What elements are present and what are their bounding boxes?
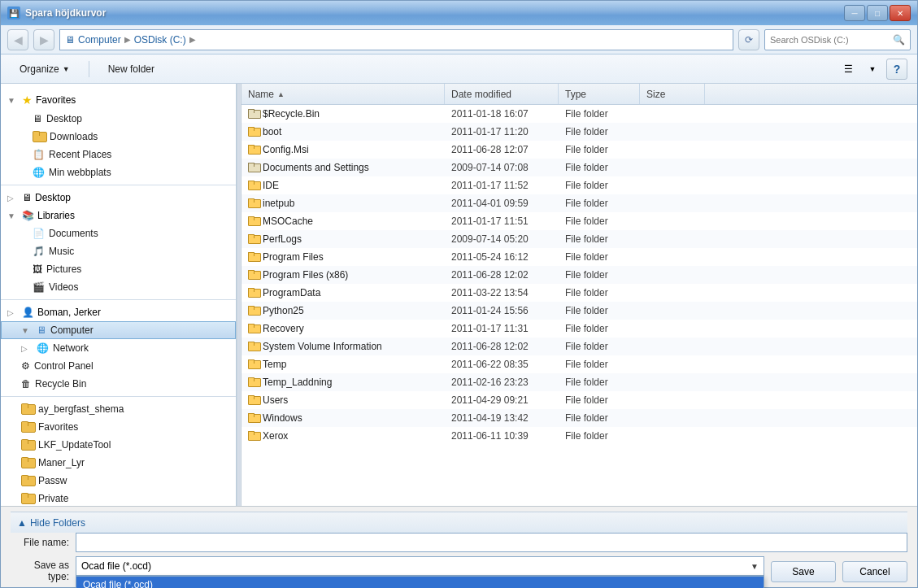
libraries-section[interactable]: ▼ 📚 Libraries (1, 207, 236, 224)
sidebar-item-computer[interactable]: ▼ 🖥 Computer (1, 321, 236, 339)
refresh-button[interactable]: ⟳ (738, 29, 759, 50)
table-row[interactable]: IDE 2011-01-17 11:52 File folder (241, 176, 917, 194)
table-row[interactable]: Config.Msi 2011-06-28 12:07 File folder (241, 141, 917, 159)
sidebar-item-documents[interactable]: 📄 Documents (1, 224, 236, 242)
table-row[interactable]: Program Files 2011-05-24 16:12 File fold… (241, 248, 917, 266)
sidebar-item-desktop[interactable]: 🖥 Desktop (1, 110, 236, 128)
desktop-section[interactable]: ▷ 🖥 Desktop (1, 189, 236, 207)
new-folder-button[interactable]: New folder (99, 58, 163, 81)
file-folder-icon (248, 377, 259, 387)
search-input[interactable] (770, 35, 890, 45)
path-osdisk[interactable]: OSDisk (C:) (134, 34, 186, 46)
table-row[interactable]: Python25 2011-01-24 15:56 File folder (241, 302, 917, 320)
back-button[interactable]: ◀ (7, 29, 28, 50)
path-arrow2: ▶ (189, 35, 196, 44)
sidebar-item-favorites2-label: Favorites (38, 421, 78, 433)
lkf-icon (21, 439, 34, 451)
col-header-date[interactable]: Date modified (445, 84, 559, 104)
table-row[interactable]: Xerox 2011-06-11 10:39 File folder (241, 427, 917, 445)
organize-button[interactable]: Organize ▼ (11, 58, 79, 81)
sidebar: ▼ ★ Favorites 🖥 Desktop Downloads 📋 Rece… (1, 84, 237, 506)
file-name-cell: Temp (241, 359, 445, 370)
sidebar-item-control-panel[interactable]: ⚙ Control Panel (1, 357, 236, 375)
view-dropdown-button[interactable]: ▼ (862, 59, 883, 80)
sidebar-item-videos[interactable]: 🎬 Videos (1, 278, 236, 296)
dropdown-arrow-icon: ▼ (750, 562, 759, 571)
table-row[interactable]: Program Files (x86) 2011-06-28 12:02 Fil… (241, 266, 917, 284)
dropdown-list: Ocad file (*.ocd) Shape file (*.shp) (76, 576, 764, 588)
sidebar-item-pictures[interactable]: 🖼 Pictures (1, 260, 236, 278)
col-header-name[interactable]: Name ▲ (241, 84, 445, 104)
boman-section[interactable]: ▷ 👤 Boman, Jerker (1, 303, 236, 321)
computer-expand-icon: ▼ (21, 326, 33, 335)
sidebar-item-videos-label: Videos (49, 281, 78, 293)
dropdown-option-ocd[interactable]: Ocad file (*.ocd) (76, 577, 764, 588)
maximize-button[interactable]: □ (867, 5, 888, 21)
sidebar-item-music[interactable]: 🎵 Music (1, 242, 236, 260)
bottom-area: ▲ Hide Folders File name: Save as type: … (1, 506, 917, 587)
file-type-cell: File folder (559, 323, 640, 334)
file-name-text: Temp_Laddning (263, 377, 332, 388)
minimize-button[interactable]: ─ (844, 5, 865, 21)
sidebar-divider3 (1, 396, 236, 397)
col-header-type[interactable]: Type (559, 84, 640, 104)
table-row[interactable]: Recovery 2011-01-17 11:31 File folder (241, 320, 917, 338)
table-row[interactable]: MSOCache 2011-01-17 11:51 File folder (241, 212, 917, 230)
sidebar-item-favorites2[interactable]: Favorites (1, 418, 236, 436)
file-name-text: $Recycle.Bin (263, 108, 320, 120)
sidebar-item-maner[interactable]: Maner_Lyr (1, 454, 236, 472)
file-date-cell: 2011-03-22 13:54 (445, 287, 559, 298)
col-header-size[interactable]: Size (640, 84, 705, 104)
table-row[interactable]: boot 2011-01-17 11:20 File folder (241, 123, 917, 141)
savetype-dropdown[interactable]: Ocad file (*.ocd) ▼ Ocad file (*.ocd) Sh… (76, 556, 764, 576)
sidebar-item-recent-places[interactable]: 📋 Recent Places (1, 146, 236, 163)
help-button[interactable]: ? (886, 59, 907, 80)
file-folder-icon (248, 216, 259, 226)
sidebar-item-private[interactable]: Private (1, 490, 236, 506)
sidebar-item-recycle-bin[interactable]: 🗑 Recycle Bin (1, 375, 236, 393)
view-options-button[interactable]: ☰ (838, 59, 859, 80)
table-row[interactable]: Windows 2011-04-19 13:42 File folder (241, 409, 917, 427)
cancel-button[interactable]: Cancel (842, 561, 907, 582)
forward-button[interactable]: ▶ (33, 29, 54, 50)
table-row[interactable]: Temp_Laddning 2011-02-16 23:23 File fold… (241, 373, 917, 391)
file-type-cell: File folder (559, 359, 640, 370)
libraries-expand-icon: ▼ (7, 211, 19, 220)
file-folder-icon (248, 198, 259, 208)
documents-icon: 📄 (33, 228, 45, 239)
libraries-icon: 📚 (22, 210, 34, 221)
file-name-cell: $Recycle.Bin (241, 108, 445, 120)
close-button[interactable]: ✕ (890, 5, 911, 21)
control-panel-icon: ⚙ (21, 360, 30, 372)
file-name-cell: Windows (241, 412, 445, 424)
libraries-label: Libraries (37, 210, 75, 221)
sidebar-item-ay-bergfast[interactable]: ay_bergfast_shema (1, 400, 236, 418)
hide-folders-bar[interactable]: ▲ Hide Folders (11, 512, 907, 533)
favorites2-icon (21, 421, 34, 433)
table-row[interactable]: $Recycle.Bin 2011-01-18 16:07 File folde… (241, 105, 917, 123)
table-row[interactable]: PerfLogs 2009-07-14 05:20 File folder (241, 230, 917, 248)
file-name-text: ProgramData (263, 287, 320, 298)
table-row[interactable]: System Volume Information 2011-06-28 12:… (241, 338, 917, 355)
table-row[interactable]: Users 2011-04-29 09:21 File folder (241, 391, 917, 409)
sidebar-item-downloads[interactable]: Downloads (1, 128, 236, 146)
table-row[interactable]: Documents and Settings 2009-07-14 07:08 … (241, 159, 917, 176)
passw-icon (21, 475, 34, 486)
table-row[interactable]: ProgramData 2011-03-22 13:54 File folder (241, 284, 917, 302)
sidebar-item-lkf[interactable]: LKF_UpdateTool (1, 436, 236, 454)
path-computer[interactable]: Computer (78, 34, 121, 46)
address-path[interactable]: 🖥 Computer ▶ OSDisk (C:) ▶ (59, 29, 733, 50)
file-type-cell: File folder (559, 341, 640, 352)
file-name-input[interactable] (76, 533, 907, 552)
sidebar-item-music-label: Music (49, 246, 74, 257)
table-row[interactable]: Temp 2011-06-22 08:35 File folder (241, 355, 917, 373)
sidebar-item-network[interactable]: ▷ 🌐 Network (1, 339, 236, 357)
save-button[interactable]: Save (771, 561, 836, 582)
sidebar-item-passw[interactable]: Passw (1, 472, 236, 490)
table-row[interactable]: inetpub 2011-04-01 09:59 File folder (241, 194, 917, 212)
file-type-cell: File folder (559, 305, 640, 316)
sidebar-item-min-webbplats[interactable]: 🌐 Min webbplats (1, 163, 236, 181)
file-name-cell: IDE (241, 180, 445, 191)
dropdown-header[interactable]: Ocad file (*.ocd) ▼ (76, 556, 764, 576)
favorites-section[interactable]: ▼ ★ Favorites (1, 90, 236, 110)
